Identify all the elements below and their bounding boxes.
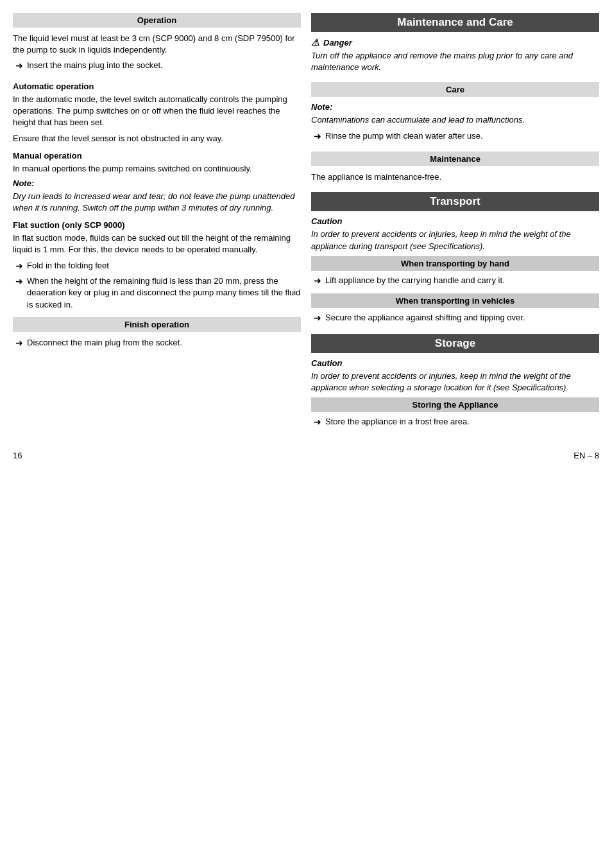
flat-text: In flat suction mode, fluids can be suck… [13, 232, 301, 256]
care-note-label: Note: [311, 102, 599, 112]
by-hand-arrow-text-1: Lift appliance by the carrying handle an… [325, 275, 599, 286]
manual-title: Manual operation [13, 151, 301, 161]
arrow-icon-hand-1: ➜ [314, 275, 321, 288]
flat-arrow-item-1: ➜ Fold in the folding feet [13, 260, 301, 273]
storage-caution-italic: In order to prevent accidents or injurie… [311, 370, 599, 394]
storing-appliance-section: Storing the Appliance ➜ Store the applia… [311, 397, 599, 429]
operation-header: Operation [13, 13, 301, 28]
automatic-title: Automatic operation [13, 82, 301, 91]
storing-arrow-text-1: Store the appliance in a frost free area… [325, 416, 599, 428]
by-hand-header: When transporting by hand [311, 256, 599, 271]
caution-label: Caution [311, 216, 599, 226]
left-column: Operation The liquid level must at least… [13, 13, 301, 438]
by-hand-arrow-item-1: ➜ Lift appliance by the carrying handle … [311, 275, 599, 288]
care-header: Care [311, 82, 599, 97]
flat-arrow-item-2: ➜ When the height of the remaining fluid… [13, 275, 301, 311]
arrow-icon-care-1: ➜ [314, 130, 321, 143]
care-section: Care Note: Contaminations can accumulate… [311, 82, 599, 143]
operation-arrow-item-1: ➜ Insert the mains plug into the socket. [13, 60, 301, 73]
in-vehicles-section: When transporting in vehicles ➜ Secure t… [311, 293, 599, 325]
maintenance-section: Maintenance The appliance is maintenance… [311, 152, 599, 183]
operation-intro: The liquid level must at least be 3 cm (… [13, 33, 301, 56]
danger-label: ⚠ Danger [311, 37, 599, 48]
maintenance-header: Maintenance [311, 152, 599, 166]
flat-arrow-text-2: When the height of the remaining fluid i… [27, 275, 301, 311]
maintenance-care-header: Maintenance and Care [311, 13, 599, 32]
flat-suction-section: Flat suction (only SCP 9000) In flat suc… [13, 220, 301, 311]
storage-header: Storage [311, 334, 599, 353]
manual-operation-section: Manual operation In manual opertions the… [13, 151, 301, 214]
arrow-icon-flat-2: ➜ [15, 275, 23, 288]
finish-operation-section: Finish operation ➜ Disconnect the main p… [13, 317, 301, 350]
operation-section: Operation The liquid level must at least… [13, 13, 301, 73]
finish-arrow-item-1: ➜ Disconnect the main plug from the sock… [13, 337, 301, 350]
right-column: Maintenance and Care ⚠ Danger Turn off t… [311, 13, 599, 438]
page-footer: 16 EN – 8 [13, 451, 599, 460]
transport-section: Transport Caution In order to prevent ac… [311, 192, 599, 325]
transport-caution-italic: In order to prevent accidents or injurie… [311, 229, 599, 252]
arrow-icon-flat-1: ➜ [15, 260, 23, 273]
automatic-operation-section: Automatic operation In the automatic mod… [13, 82, 301, 144]
care-note-italic: Contaminations can accumulate and lead t… [311, 114, 599, 126]
in-vehicles-header: When transporting in vehicles [311, 293, 599, 308]
arrow-icon-1: ➜ [15, 60, 23, 73]
note-label: Note: [13, 178, 301, 188]
finish-header: Finish operation [13, 317, 301, 332]
arrow-icon-storing-1: ➜ [314, 416, 321, 429]
storage-section: Storage Caution In order to prevent acci… [311, 334, 599, 429]
arrow-icon-finish-1: ➜ [15, 337, 23, 350]
operation-arrow-text-1: Insert the mains plug into the socket. [27, 60, 301, 71]
storage-caution-label: Caution [311, 358, 599, 368]
flat-arrow-text-1: Fold in the folding feet [27, 260, 301, 272]
footer-left: 16 [13, 451, 22, 460]
in-vehicles-arrow-item-1: ➜ Secure the appliance against shifting … [311, 312, 599, 325]
storing-appliance-header: Storing the Appliance [311, 397, 599, 412]
finish-arrow-text-1: Disconnect the main plug from the socket… [27, 337, 301, 349]
by-hand-section: When transporting by hand ➜ Lift applian… [311, 256, 599, 288]
warning-triangle-icon: ⚠ [311, 37, 319, 48]
care-arrow-text-1: Rinse the pump with clean water after us… [325, 130, 599, 142]
automatic-text: In the automatic mode, the level switch … [13, 94, 301, 129]
note-italic-text: Dry run leads to increased wear and tear… [13, 191, 301, 214]
maintenance-care-section: Maintenance and Care ⚠ Danger Turn off t… [311, 13, 599, 73]
in-vehicles-arrow-text-1: Secure the appliance against shifting an… [325, 312, 599, 324]
transport-header: Transport [311, 192, 599, 211]
care-arrow-item-1: ➜ Rinse the pump with clean water after … [311, 130, 599, 143]
flat-title: Flat suction (only SCP 9000) [13, 220, 301, 230]
danger-label-text: Danger [323, 38, 352, 48]
danger-italic-text: Turn off the appliance and remove the ma… [311, 50, 599, 73]
maintenance-text: The appliance is maintenance-free. [311, 171, 599, 183]
manual-text: In manual opertions the pump remains swi… [13, 163, 301, 175]
automatic-text2: Ensure that the level sensor is not obst… [13, 133, 301, 144]
footer-center: EN – 8 [574, 451, 599, 460]
storing-arrow-item-1: ➜ Store the appliance in a frost free ar… [311, 416, 599, 429]
arrow-icon-vehicle-1: ➜ [314, 312, 321, 325]
